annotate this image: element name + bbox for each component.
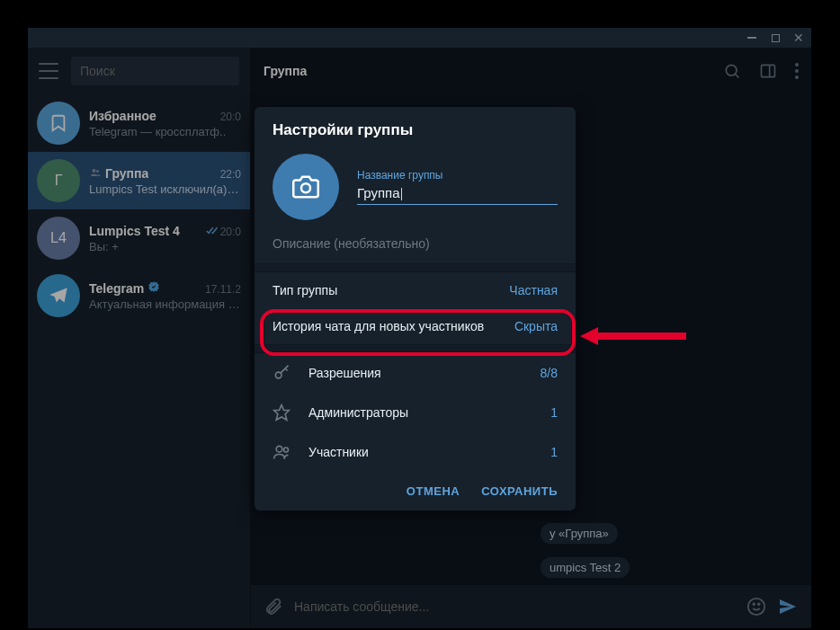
row-value: Частная — [509, 283, 558, 297]
row-label: История чата для новых участников — [273, 319, 484, 333]
callout-arrow — [580, 324, 688, 349]
separator — [255, 263, 576, 272]
star-icon — [273, 404, 290, 421]
maximize-icon — [772, 34, 780, 42]
group-type-row[interactable]: Тип группыЧастная — [255, 272, 576, 308]
chat-history-row[interactable]: История чата для новых участниковСкрыта — [255, 308, 576, 344]
administrators-row[interactable]: Администраторы1 — [255, 393, 576, 432]
modal-top: Название группы Группа — [255, 148, 576, 236]
svg-point-16 — [284, 448, 289, 452]
menu-label: Разрешения — [308, 366, 523, 380]
minimize-icon — [747, 37, 756, 39]
save-button[interactable]: СОХРАНИТЬ — [481, 484, 558, 498]
svg-marker-14 — [274, 405, 290, 421]
app-window: ✕ Избранное20:0Telegram — кроссплатф..ГГ… — [28, 28, 811, 628]
permissions-row[interactable]: Разрешения8/8 — [255, 353, 576, 393]
group-name-field[interactable]: Название группы Группа — [357, 169, 558, 205]
svg-point-12 — [301, 183, 310, 192]
menu-label: Администраторы — [308, 405, 532, 420]
minimize-button[interactable] — [745, 31, 759, 45]
menu-value: 1 — [550, 445, 558, 459]
key-icon — [273, 364, 290, 382]
row-value: Скрыта — [514, 319, 558, 333]
group-name-label: Название группы — [357, 169, 558, 182]
text-caret — [401, 188, 402, 200]
group-name-value: Группа — [357, 185, 400, 200]
titlebar: ✕ — [28, 28, 811, 48]
row-label: Тип группы — [273, 283, 337, 297]
main-area: Избранное20:0Telegram — кроссплатф..ГГру… — [28, 48, 811, 628]
menu-value: 8/8 — [541, 366, 558, 380]
svg-point-15 — [276, 446, 282, 452]
svg-marker-17 — [580, 327, 686, 345]
cancel-button[interactable]: ОТМЕНА — [407, 484, 460, 498]
close-icon: ✕ — [793, 31, 804, 44]
close-button[interactable]: ✕ — [791, 31, 806, 45]
modal-title: Настройки группы — [255, 107, 576, 148]
modal-buttons: ОТМЕНА СОХРАНИТЬ — [255, 472, 576, 510]
members-row[interactable]: Участники1 — [255, 432, 576, 472]
menu-label: Участники — [308, 445, 532, 459]
group-photo-button[interactable] — [273, 154, 339, 220]
description-field[interactable]: Описание (необязательно) — [255, 236, 576, 263]
maximize-button[interactable] — [768, 31, 782, 45]
menu-value: 1 — [550, 405, 558, 420]
camera-icon — [292, 173, 319, 200]
separator — [255, 344, 576, 353]
group-settings-modal: Настройки группы Название группы Группа … — [255, 107, 576, 510]
people-icon — [273, 443, 290, 461]
